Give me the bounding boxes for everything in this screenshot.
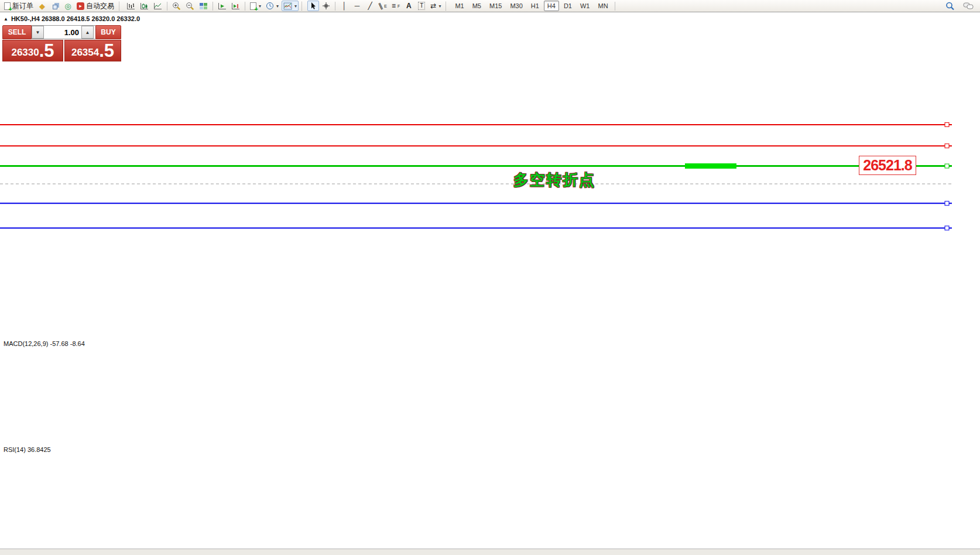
sell-price-button[interactable]: 26330 .5 <box>2 40 63 61</box>
new-order-icon: + <box>4 2 11 10</box>
autotrading-label: 自动交易 <box>86 1 114 11</box>
chevron-down-icon: ▾ <box>294 4 297 9</box>
line-chart-icon <box>153 2 162 10</box>
profile-button[interactable]: ◆ <box>36 1 48 11</box>
chevron-down-icon: ▾ <box>259 4 261 9</box>
chart-symbol-header: ▲ HK50-,H4 26388.0 26418.5 26320.0 26332… <box>4 15 140 22</box>
buy-price-main: 26354 <box>71 46 99 60</box>
price-callout-box[interactable]: 26521.8 <box>859 156 916 175</box>
toolbar-separator <box>167 2 167 11</box>
new-order-button[interactable]: + 新订单 <box>2 1 35 11</box>
new-chart-icon: + <box>250 2 256 10</box>
autotrading-button[interactable]: ▸ 自动交易 <box>75 1 116 11</box>
text-label-tool-button[interactable]: T <box>416 1 427 11</box>
crosshair-icon <box>322 2 330 10</box>
radar-icon: ◎ <box>64 2 71 10</box>
chevron-down-icon: ▾ <box>438 4 441 9</box>
cursor-icon <box>310 2 317 10</box>
vertical-line-tool-button[interactable]: │ <box>338 1 350 11</box>
fibonacci-tool-button[interactable]: ≡F <box>390 1 402 11</box>
one-click-trading-panel: SELL ▼ ▲ BUY 26330 .5 26354 .5 <box>2 25 121 61</box>
symbol-ohlc-title: HK50-,H4 26388.0 26418.5 26320.0 26332.0 <box>11 15 140 22</box>
chat-button[interactable] <box>961 1 975 11</box>
chart-text-annotation[interactable]: 多空转折点 <box>513 170 595 190</box>
new-chart-button[interactable]: +▾ <box>248 1 263 11</box>
fibonacci-icon: ≡ <box>392 2 396 9</box>
chart-frame <box>0 12 980 555</box>
tile-windows-icon <box>199 2 208 10</box>
tile-windows-button[interactable] <box>197 1 210 11</box>
bar-chart-type-button[interactable] <box>125 1 137 11</box>
timeframe-h1[interactable]: H1 <box>527 1 543 11</box>
templates-button[interactable]: ▾ <box>282 1 299 11</box>
timeframe-mn[interactable]: MN <box>594 1 611 11</box>
text-label-icon: T <box>418 2 425 10</box>
chart-shift-icon <box>231 2 240 10</box>
toolbar-separator <box>245 2 245 11</box>
bar-chart-icon <box>126 2 135 10</box>
line-chart-type-button[interactable] <box>152 1 164 11</box>
sell-button[interactable]: SELL <box>2 25 32 39</box>
channel-tool-letter: E <box>384 4 387 8</box>
collapse-panel-icon[interactable]: ▲ <box>4 16 8 22</box>
zoom-in-button[interactable] <box>170 1 183 11</box>
profile-icon: ◆ <box>39 2 45 10</box>
arrows-tool-button[interactable]: ⇄▾ <box>429 1 443 11</box>
timeframe-w1[interactable]: W1 <box>577 1 594 11</box>
toolbar-separator <box>615 2 615 11</box>
auto-scroll-icon <box>218 2 227 10</box>
market-watch-button[interactable] <box>49 1 61 11</box>
windows-icon <box>53 5 57 9</box>
horizontal-line-tool-button[interactable]: ─ <box>351 1 363 11</box>
volume-stepper: ▼ ▲ <box>32 25 95 39</box>
vertical-line-icon: │ <box>342 2 347 9</box>
toolbar-separator <box>335 2 335 11</box>
zoom-in-icon <box>172 2 181 10</box>
volume-input[interactable] <box>44 26 81 39</box>
text-tool-icon: A <box>406 2 412 9</box>
macd-indicator-label: MACD(12,26,9) -57.68 -8.64 <box>4 340 85 347</box>
toolbar-grip <box>301 2 304 11</box>
timeframe-m15[interactable]: M15 <box>486 1 505 11</box>
zoom-out-icon <box>186 2 194 10</box>
buy-price-button[interactable]: 26354 .5 <box>64 40 121 61</box>
main-toolbar: + 新订单 ◆ ◎ ▸ 自动交易 +▾ ▾ ▾ <box>0 0 980 12</box>
search-button[interactable] <box>944 1 957 11</box>
template-icon <box>283 2 292 10</box>
search-icon <box>945 2 955 11</box>
timeframe-m5[interactable]: M5 <box>469 1 485 11</box>
toolbar-grip <box>119 2 122 11</box>
trendline-tool-button[interactable]: ╱ <box>364 1 376 11</box>
rsi-indicator-label: RSI(14) 36.8425 <box>4 446 51 453</box>
sell-price-main: 26330 <box>11 46 39 60</box>
autotrading-icon: ▸ <box>77 2 84 10</box>
window-bottom-strip <box>0 549 980 555</box>
clock-icon <box>266 2 274 10</box>
new-order-label: 新订单 <box>12 1 33 11</box>
text-tool-button[interactable]: A <box>403 1 414 11</box>
data-window-button[interactable]: ◎ <box>62 1 74 11</box>
channel-tool-button[interactable]: ∥E <box>377 1 389 11</box>
chart-canvas[interactable] <box>0 0 980 555</box>
auto-scroll-button[interactable] <box>216 1 228 11</box>
crosshair-tool-button[interactable] <box>320 1 332 11</box>
toolbar-separator <box>213 2 213 11</box>
toolbar-right-group <box>944 1 978 11</box>
periods-button[interactable]: ▾ <box>264 1 280 11</box>
timeframe-m30[interactable]: M30 <box>506 1 526 11</box>
channel-icon: ∥ <box>378 2 384 9</box>
volume-decrease-button[interactable]: ▼ <box>32 26 44 39</box>
timeframe-m1[interactable]: M1 <box>451 1 467 11</box>
sell-price-fraction: .5 <box>39 42 54 60</box>
trendline-icon: ╱ <box>368 2 372 9</box>
volume-increase-button[interactable]: ▲ <box>81 26 94 39</box>
cursor-tool-button[interactable] <box>307 1 319 11</box>
chat-icon <box>963 2 974 10</box>
candle-chart-type-button[interactable] <box>138 1 150 11</box>
buy-button[interactable]: BUY <box>95 25 121 39</box>
chart-shift-button[interactable] <box>229 1 242 11</box>
timeframe-h4[interactable]: H4 <box>544 1 559 11</box>
buy-price-fraction: .5 <box>99 42 114 60</box>
zoom-out-button[interactable] <box>184 1 196 11</box>
timeframe-d1[interactable]: D1 <box>560 1 575 11</box>
